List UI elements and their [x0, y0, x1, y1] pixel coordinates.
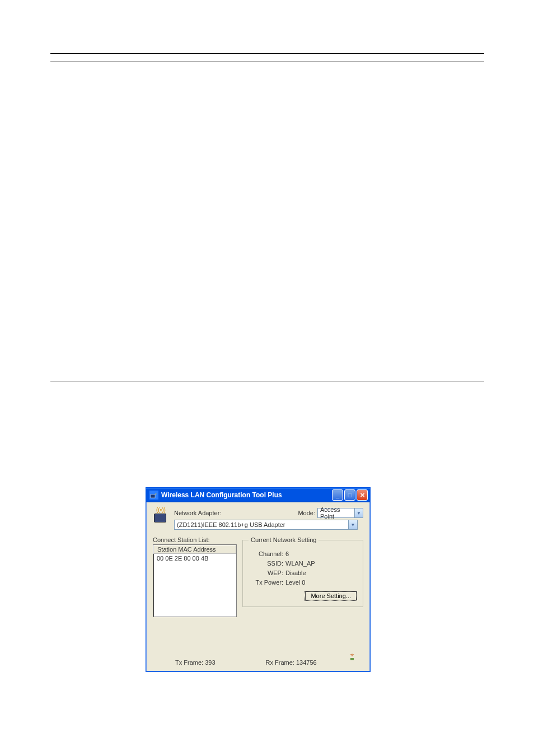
svg-rect-1	[350, 658, 354, 660]
station-list-title: Connect Station List:	[153, 536, 237, 543]
adapter-select[interactable]: (ZD1211)IEEE 802.11b+g USB Adapter ▼	[174, 520, 358, 530]
rx-frame-label: Rx Frame:	[266, 659, 294, 666]
app-icon	[149, 491, 158, 500]
wep-label: WEP:	[249, 570, 285, 576]
minimize-button[interactable]: _	[332, 489, 343, 501]
channel-label: Channel:	[249, 550, 285, 557]
mode-select[interactable]: Access Point ▼	[317, 508, 363, 518]
dropdown-arrow-icon: ▼	[348, 520, 357, 529]
wep-value: Disable	[285, 570, 357, 576]
adapter-label: Network Adapter:	[174, 510, 221, 516]
connection-status-icon	[348, 652, 357, 661]
adapter-icon: ((•))	[153, 508, 170, 524]
more-setting-button[interactable]: More Setting...	[305, 591, 357, 601]
window-title: Wireless LAN Configuration Tool Plus	[161, 491, 282, 499]
titlebar[interactable]: Wireless LAN Configuration Tool Plus _ □…	[146, 488, 370, 502]
config-tool-window: Wireless LAN Configuration Tool Plus _ □…	[146, 487, 371, 672]
divider-line	[50, 381, 484, 381]
txpower-value: Level 0	[285, 579, 357, 586]
maximize-button: □	[344, 489, 355, 501]
station-list-header[interactable]: Station MAC Address	[153, 545, 236, 554]
svg-rect-0	[151, 494, 155, 498]
network-setting-legend: Current Network Setting	[249, 536, 318, 543]
station-list[interactable]: Station MAC Address 00 0E 2E 80 00 4B	[153, 544, 237, 617]
ssid-label: SSID:	[249, 560, 285, 567]
svg-point-2	[352, 655, 353, 656]
rx-frame-value: 134756	[296, 659, 317, 666]
divider-line	[50, 53, 484, 54]
station-list-item[interactable]: 00 0E 2E 80 00 4B	[157, 555, 233, 562]
network-setting-group: Current Network Setting Channel: 6 SSID:…	[242, 536, 363, 607]
adapter-value: (ZD1211)IEEE 802.11b+g USB Adapter	[177, 521, 285, 528]
close-button[interactable]: ✕	[357, 489, 368, 501]
tx-frame-label: Tx Frame:	[175, 659, 203, 666]
tx-frame-value: 393	[205, 659, 215, 666]
divider-line	[50, 62, 484, 62]
mode-label: Mode:	[298, 510, 315, 516]
ssid-value: WLAN_AP	[285, 560, 357, 567]
dropdown-arrow-icon: ▼	[354, 508, 363, 517]
txpower-label: Tx Power:	[249, 579, 285, 586]
mode-value: Access Point	[320, 506, 354, 520]
channel-value: 6	[285, 550, 357, 557]
